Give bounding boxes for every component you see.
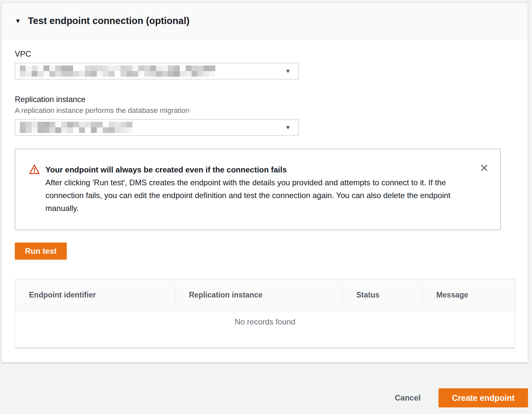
connection-results-table: Endpoint identifier Replication instance…: [15, 279, 515, 348]
warning-content: Your endpoint will always be created eve…: [45, 164, 464, 215]
warning-body-text: After clicking 'Run test', DMS creates t…: [45, 176, 464, 215]
vpc-redacted-value: [20, 65, 215, 77]
close-icon[interactable]: [479, 162, 490, 173]
replication-instance-label: Replication instance: [15, 94, 515, 104]
replication-instance-field-group: Replication instance A replication insta…: [15, 94, 515, 136]
warning-alert: Your endpoint will always be created eve…: [15, 149, 501, 230]
warning-triangle-icon: [29, 164, 40, 215]
vpc-caret-down-icon: ▼: [285, 68, 291, 74]
vpc-field-group: VPC ▼: [15, 49, 515, 79]
test-endpoint-connection-panel: ▼ Test endpoint connection (optional) VP…: [1, 3, 528, 363]
table-empty-state: No records found: [15, 311, 515, 348]
panel-title: Test endpoint connection (optional): [28, 15, 190, 26]
column-header-replication-instance: Replication instance: [175, 279, 343, 311]
run-test-button[interactable]: Run test: [15, 243, 67, 260]
create-endpoint-button[interactable]: Create endpoint: [439, 388, 528, 407]
replication-instance-redacted-value: [20, 122, 132, 133]
vpc-select[interactable]: ▼: [15, 63, 299, 79]
collapse-caret-icon: ▼: [15, 18, 21, 24]
column-header-status: Status: [342, 279, 422, 311]
panel-header-toggle[interactable]: ▼ Test endpoint connection (optional): [2, 3, 528, 39]
panel-body: VPC ▼ Replication instance A replication…: [2, 39, 528, 348]
wizard-footer-actions: Cancel Create endpoint: [0, 388, 528, 407]
replication-instance-description: A replication instance performs the data…: [15, 106, 515, 115]
cancel-button[interactable]: Cancel: [395, 393, 421, 402]
replication-instance-caret-down-icon: ▼: [285, 125, 291, 130]
table-header-row: Endpoint identifier Replication instance…: [15, 279, 515, 311]
vpc-label: VPC: [15, 49, 515, 59]
replication-instance-select[interactable]: ▼: [15, 119, 299, 136]
warning-title: Your endpoint will always be created eve…: [45, 164, 464, 176]
column-header-endpoint-identifier: Endpoint identifier: [15, 279, 175, 311]
column-header-message: Message: [422, 279, 515, 311]
